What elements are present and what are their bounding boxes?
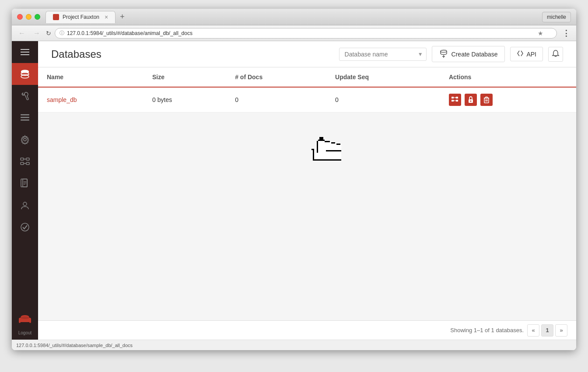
svg-rect-9	[21, 117, 29, 118]
bell-icon	[552, 49, 560, 59]
table-header: Name Size # of Docs Update Seq Actions	[38, 67, 576, 87]
user-button[interactable]: michelle	[542, 12, 571, 22]
sidebar-item-users[interactable]	[12, 194, 38, 216]
forward-button[interactable]: →	[31, 28, 42, 38]
cell-name: sample_db	[38, 87, 144, 112]
database-link[interactable]: sample_db	[47, 96, 77, 103]
api-link-icon	[517, 50, 524, 58]
svg-rect-8	[21, 114, 29, 116]
sidebar-bottom: Logout	[12, 308, 38, 340]
sidebar-item-config[interactable]	[12, 107, 38, 129]
hamburger-icon	[21, 49, 29, 55]
active-tab[interactable]: Project Fauxton ×	[46, 11, 116, 23]
tab-bar: Project Fauxton × +	[46, 11, 542, 23]
sidebar-item-verify[interactable]	[12, 216, 38, 238]
status-bar: 127.0.0.1:5984/_utils/#/database/sample_…	[12, 340, 576, 350]
settings-icon	[20, 135, 30, 144]
users-icon	[20, 200, 30, 210]
config-icon	[20, 114, 30, 122]
svg-point-29	[441, 50, 447, 53]
pagination: « 1 »	[527, 324, 567, 337]
action-icons	[449, 94, 567, 106]
browser-toolbar: ← → ↻ ⓘ 127.0.0.1:5984/_utils/#/database…	[12, 25, 576, 41]
svg-rect-44	[485, 97, 487, 98]
next-page-button[interactable]: »	[555, 324, 567, 337]
close-button[interactable]	[17, 14, 23, 20]
delete-button[interactable]	[480, 94, 493, 106]
svg-rect-10	[21, 119, 29, 121]
sidebar-item-databases[interactable]	[12, 63, 38, 85]
dropdown-arrow-icon: ▼	[418, 51, 423, 57]
db-name-input[interactable]	[339, 48, 427, 61]
tab-close-button[interactable]: ×	[105, 14, 108, 21]
api-button[interactable]: API	[510, 47, 543, 61]
tab-favicon	[53, 14, 59, 20]
sidebar-couch-icon	[12, 308, 38, 330]
browser-menu-button[interactable]: ⋮	[560, 28, 572, 38]
cell-updateseq: 0	[326, 87, 440, 112]
address-lock-icon: ⓘ	[60, 30, 64, 36]
api-label: API	[526, 51, 536, 58]
page-title: Databases	[51, 48, 339, 60]
tab-title: Project Fauxton	[63, 14, 99, 20]
titlebar: Project Fauxton × + michelle	[12, 9, 576, 25]
db-name-wrapper: ▼	[339, 48, 427, 61]
trash-icon	[483, 96, 490, 103]
top-bar-right: ▼ Create Database	[339, 46, 563, 62]
svg-point-24	[21, 223, 29, 231]
table-body: sample_db 0 bytes 0 0	[38, 87, 576, 112]
table-footer: Showing 1–1 of 1 databases. « 1 »	[38, 320, 576, 340]
new-tab-button[interactable]: +	[117, 12, 127, 21]
svg-rect-12	[21, 158, 24, 160]
svg-rect-15	[26, 162, 29, 165]
cell-size: 0 bytes	[144, 87, 226, 112]
back-button[interactable]: ←	[16, 28, 28, 38]
sidebar-item-documentation[interactable]	[12, 172, 38, 194]
svg-point-23	[23, 202, 27, 206]
minimize-button[interactable]	[26, 14, 32, 20]
permissions-button[interactable]	[465, 94, 477, 106]
col-header-docs: # of Docs	[226, 67, 326, 87]
verify-icon	[20, 222, 30, 232]
create-db-icon	[439, 49, 448, 59]
main-content: Databases ▼	[38, 41, 576, 340]
maximize-button[interactable]	[35, 14, 40, 20]
databases-icon	[20, 69, 30, 79]
svg-rect-13	[26, 158, 29, 160]
create-database-label: Create Database	[452, 51, 498, 58]
table-row: sample_db 0 bytes 0 0	[38, 87, 576, 112]
prev-page-button[interactable]: «	[527, 324, 539, 337]
app-container: Logout Databases ▼	[12, 41, 576, 340]
showing-text: Showing 1–1 of 1 databases.	[450, 327, 524, 333]
svg-point-28	[21, 316, 29, 319]
tools-icon	[20, 91, 30, 101]
svg-point-11	[24, 138, 26, 141]
table-container: Name Size # of Docs Update Seq Actions s…	[38, 67, 576, 320]
logout-label[interactable]: Logout	[18, 330, 32, 335]
svg-rect-27	[29, 319, 31, 323]
refresh-button[interactable]: ↻	[46, 30, 51, 37]
notifications-button[interactable]	[548, 47, 563, 62]
current-page-button[interactable]: 1	[541, 324, 553, 337]
sidebar-item-settings[interactable]	[12, 129, 38, 151]
svg-line-6	[22, 94, 23, 95]
sidebar: Logout	[12, 41, 38, 340]
address-bar[interactable]: ⓘ 127.0.0.1:5984/_utils/#/database/anima…	[55, 28, 557, 39]
lock-icon	[468, 96, 474, 103]
svg-rect-14	[21, 162, 24, 165]
sidebar-item-replication[interactable]	[12, 151, 38, 172]
sidebar-hamburger[interactable]	[12, 41, 38, 63]
bookmark-icon[interactable]: ★	[538, 30, 543, 37]
sidebar-item-tools[interactable]	[12, 85, 38, 107]
address-text: 127.0.0.1:5984/_utils/#/database/animal_…	[67, 30, 192, 36]
svg-point-41	[470, 101, 471, 102]
replication-icon	[20, 158, 30, 165]
documentation-icon	[21, 179, 29, 188]
col-header-size: Size	[144, 67, 226, 87]
svg-rect-35	[456, 100, 458, 102]
create-database-button[interactable]: Create Database	[432, 46, 505, 62]
databases-table: Name Size # of Docs Update Seq Actions s…	[38, 67, 576, 112]
couchdb-logo	[18, 313, 32, 324]
replicate-button[interactable]	[449, 94, 461, 106]
svg-rect-26	[19, 319, 21, 323]
